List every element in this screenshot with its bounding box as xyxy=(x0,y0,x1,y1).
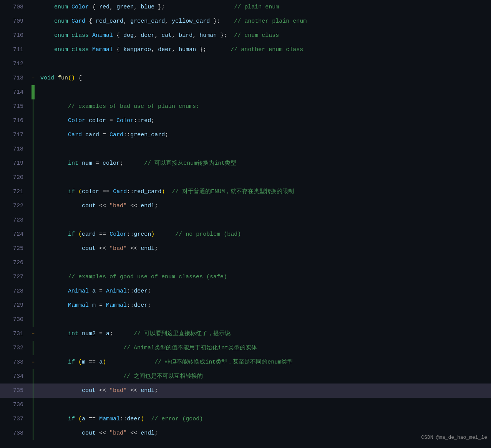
gutter-709 xyxy=(29,14,37,28)
code-line-712: 712 xyxy=(0,57,491,71)
code-line-738: 738 cout << "bad" << endl; CSDN @ma_de_h… xyxy=(0,426,491,440)
line-num-725: 725 xyxy=(0,241,29,256)
line-num-736: 736 xyxy=(0,398,29,412)
line-num-712: 712 xyxy=(0,57,29,71)
gutter-726 xyxy=(29,256,37,270)
gutter-727 xyxy=(29,270,37,284)
code-line-735: 735 cout << "bad" << endl; xyxy=(0,384,491,398)
line-content-721: if (color == Card::red_card) // 对于普通的ENU… xyxy=(37,185,491,199)
code-line-726: 726 xyxy=(0,256,491,270)
gutter-723 xyxy=(29,213,37,227)
code-line-709: 709 enum Card { red_card, green_card, ye… xyxy=(0,14,491,28)
line-num-715: 715 xyxy=(0,99,29,114)
code-editor: 708 enum Color { red, green, blue }; // … xyxy=(0,0,491,448)
code-line-715: 715 // examples of bad use of plain enum… xyxy=(0,99,491,114)
code-line-720: 720 xyxy=(0,170,491,185)
line-content-709: enum Card { red_card, green_card, yellow… xyxy=(37,14,491,28)
gutter-737 xyxy=(29,412,37,426)
line-num-717: 717 xyxy=(0,128,29,142)
gutter-734 xyxy=(29,369,37,384)
gutter-719 xyxy=(29,156,37,170)
code-area: 708 enum Color { red, green, blue }; // … xyxy=(0,0,491,440)
code-line-730: 730 xyxy=(0,312,491,327)
gutter-724 xyxy=(29,227,37,241)
code-line-710: 710 enum class Animal { dog, deer, cat, … xyxy=(0,28,491,43)
gutter-720 xyxy=(29,170,37,185)
gutter-718 xyxy=(29,142,37,156)
gutter-722 xyxy=(29,199,37,213)
line-num-713: 713 xyxy=(0,71,29,85)
line-num-726: 726 xyxy=(0,256,29,270)
code-line-727: 727 // examples of good use of enum clas… xyxy=(0,270,491,284)
code-line-731: 731 − int num2 = a; // 可以看到这里直接标红了，提示说 xyxy=(0,327,491,341)
gutter-736 xyxy=(29,398,37,412)
line-content-717: Card card = Card::green_card; xyxy=(37,128,491,142)
line-num-731: 731 xyxy=(0,327,29,341)
line-num-724: 724 xyxy=(0,227,29,241)
code-line-708: 708 enum Color { red, green, blue }; // … xyxy=(0,0,491,14)
gutter-715 xyxy=(29,99,37,114)
line-content-729: Mammal m = Mammal::deer; xyxy=(37,298,491,312)
watermark: CSDN @ma_de_hao_mei_le xyxy=(421,435,487,440)
line-content-727: // examples of good use of enum classes … xyxy=(37,270,491,284)
line-num-730: 730 xyxy=(0,312,29,327)
code-line-717: 717 Card card = Card::green_card; xyxy=(0,128,491,142)
gutter-713[interactable]: − xyxy=(29,71,37,85)
line-content-732: // Animal类型的值不能用于初始化int类型的实体 xyxy=(37,341,491,355)
line-content-734: // 之间也是不可以互相转换的 xyxy=(37,369,491,384)
line-num-716: 716 xyxy=(0,114,29,128)
code-line-737: 737 if (a == Mammal::deer) // error (goo… xyxy=(0,412,491,426)
line-num-718: 718 xyxy=(0,142,29,156)
line-num-720: 720 xyxy=(0,170,29,185)
line-num-714: 714 xyxy=(0,85,29,99)
gutter-733[interactable]: − xyxy=(29,355,37,369)
line-num-727: 727 xyxy=(0,270,29,284)
line-content-713: void fun() { xyxy=(37,71,491,85)
line-num-732: 732 xyxy=(0,341,29,355)
gutter-729 xyxy=(29,298,37,312)
line-num-735: 735 xyxy=(0,384,29,398)
line-num-709: 709 xyxy=(0,14,29,28)
code-line-719: 719 int num = color; // 可以直接从enum转换为int类… xyxy=(0,156,491,170)
line-content-724: if (card == Color::green) // no problem … xyxy=(37,227,491,241)
line-num-710: 710 xyxy=(0,28,29,43)
line-num-711: 711 xyxy=(0,43,29,57)
line-content-735: cout << "bad" << endl; xyxy=(37,384,491,398)
code-line-732: 732 // Animal类型的值不能用于初始化int类型的实体 xyxy=(0,341,491,355)
line-num-729: 729 xyxy=(0,298,29,312)
line-content-722: cout << "bad" << endl; xyxy=(37,199,491,213)
line-content-728: Animal a = Animal::deer; xyxy=(37,284,491,298)
line-num-721: 721 xyxy=(0,185,29,199)
gutter-711 xyxy=(29,43,37,57)
code-line-733: 733 − if (m == a) // 非但不能转换成int类型，甚至是不同的… xyxy=(0,355,491,369)
line-num-734: 734 xyxy=(0,369,29,384)
code-line-729: 729 Mammal m = Mammal::deer; xyxy=(0,298,491,312)
code-line-723: 723 xyxy=(0,213,491,227)
line-content-725: cout << "bad" << endl; xyxy=(37,241,491,256)
code-line-713: 713 − void fun() { xyxy=(0,71,491,85)
line-content-716: Color color = Color::red; xyxy=(37,114,491,128)
code-line-716: 716 Color color = Color::red; xyxy=(0,114,491,128)
line-content-708: enum Color { red, green, blue }; // plai… xyxy=(37,0,491,14)
line-num-723: 723 xyxy=(0,213,29,227)
gutter-721 xyxy=(29,185,37,199)
code-line-711: 711 enum class Mammal { kangaroo, deer, … xyxy=(0,43,491,57)
gutter-731[interactable]: − xyxy=(29,327,37,341)
line-num-708: 708 xyxy=(0,0,29,14)
gutter-710 xyxy=(29,28,37,43)
line-content-711: enum class Mammal { kangaroo, deer, huma… xyxy=(37,43,491,57)
gutter-712 xyxy=(29,57,37,71)
line-num-719: 719 xyxy=(0,156,29,170)
code-line-736: 736 xyxy=(0,398,491,412)
line-num-733: 733 xyxy=(0,355,29,369)
line-content-733: if (m == a) // 非但不能转换成int类型，甚至是不同的enum类型 xyxy=(37,355,491,369)
code-line-714: 714 xyxy=(0,85,491,99)
code-line-734: 734 // 之间也是不可以互相转换的 xyxy=(0,369,491,384)
gutter-717 xyxy=(29,128,37,142)
line-content-731: int num2 = a; // 可以看到这里直接标红了，提示说 xyxy=(37,327,491,341)
code-line-724: 724 if (card == Color::green) // no prob… xyxy=(0,227,491,241)
gutter-738 xyxy=(29,426,37,440)
gutter-735 xyxy=(29,384,37,398)
line-content-719: int num = color; // 可以直接从enum转换为int类型 xyxy=(37,156,491,170)
code-line-728: 728 Animal a = Animal::deer; xyxy=(0,284,491,298)
